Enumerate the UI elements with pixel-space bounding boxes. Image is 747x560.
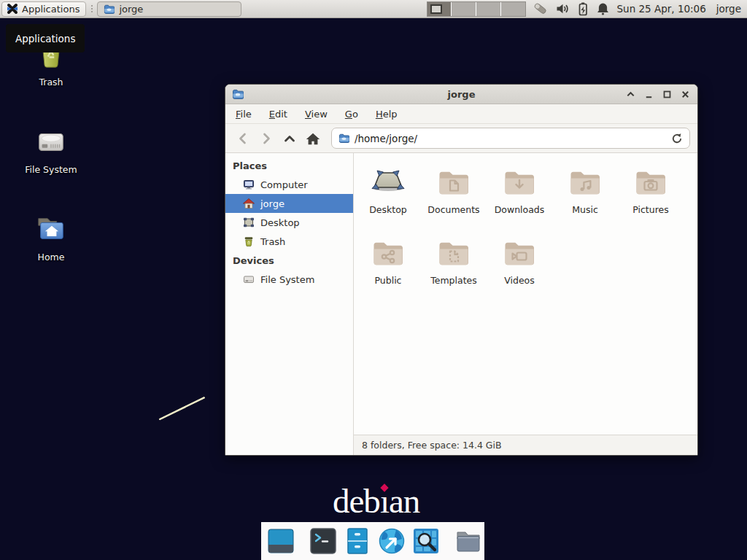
menu-go[interactable]: Go (345, 109, 358, 120)
app-finder-icon (411, 526, 441, 556)
panel-clock[interactable]: Sun 25 Apr, 10:06 (617, 3, 706, 15)
applications-menu-button[interactable]: Applications (1, 1, 86, 17)
music-folder-icon (568, 164, 603, 199)
folder-music[interactable]: Music (552, 164, 618, 235)
toolbar: /home/jorge/ (225, 124, 697, 153)
home-icon (243, 198, 255, 209)
folder-desktop[interactable]: Desktop (355, 164, 421, 235)
web-browser-launcher[interactable] (377, 526, 406, 556)
system-tray (533, 1, 610, 16)
hard-drive-icon (34, 124, 68, 159)
show-desktop-icon (266, 526, 295, 556)
notifications-tray-icon[interactable] (596, 1, 610, 16)
menu-edit[interactable]: Edit (269, 109, 287, 120)
terminal-launcher[interactable] (309, 526, 338, 556)
menu-view[interactable]: View (305, 109, 328, 120)
desktop-icon-label: File System (25, 164, 77, 175)
sidebar-item-label: Trash (260, 236, 285, 247)
menu-file[interactable]: File (236, 109, 252, 120)
folder-label: Videos (504, 275, 535, 286)
maximize-button[interactable] (661, 88, 673, 100)
panel-username[interactable]: jorge (716, 3, 741, 15)
globe-browser-icon (377, 526, 406, 556)
folder-downloads[interactable]: Downloads (487, 164, 552, 235)
application-finder-launcher[interactable] (411, 526, 441, 556)
folder-videos[interactable]: Videos (487, 235, 552, 306)
taskbar-grip[interactable] (89, 3, 94, 15)
sidebar-item-desktop[interactable]: Desktop (225, 213, 353, 232)
file-list: Desktop Documents (354, 153, 697, 435)
volume-tray-icon[interactable] (555, 1, 570, 16)
sidebar-header-places: Places (225, 156, 353, 175)
sidebar-item-computer[interactable]: Computer (225, 175, 353, 194)
location-bar[interactable]: /home/jorge/ (331, 128, 690, 149)
menu-help[interactable]: Help (376, 109, 398, 120)
sidebar-item-trash[interactable]: Trash (225, 232, 353, 251)
sidebar-header-devices: Devices (225, 251, 353, 270)
location-folder-icon (338, 133, 349, 144)
applications-menu-label: Applications (22, 4, 80, 15)
screen: debıan Trash File System (0, 0, 747, 560)
show-desktop-button[interactable] (266, 526, 295, 556)
sidebar-item-file-system[interactable]: File System (225, 270, 353, 289)
folder-templates[interactable]: Templates (421, 235, 487, 306)
videos-folder-icon (502, 235, 537, 270)
file-manager-launcher[interactable] (343, 526, 372, 556)
logo-text: an (389, 482, 419, 520)
taskbar-window-button[interactable]: jorge (97, 1, 241, 17)
sidebar-item-label: File System (260, 274, 314, 285)
desktop-icon (243, 217, 255, 228)
terminal-icon (309, 526, 338, 556)
trash-icon (243, 236, 255, 247)
menubar: File Edit View Go Help (225, 104, 697, 124)
statusbar: 8 folders, Free space: 14.4 GiB (354, 435, 697, 455)
desktop-stray-line (158, 396, 205, 420)
close-button[interactable] (679, 88, 691, 100)
applications-menu-icon (7, 3, 18, 15)
status-text: 8 folders, Free space: 14.4 GiB (362, 440, 502, 451)
desktop-icon-file-system[interactable]: File System (18, 124, 85, 175)
tooltip-text: Applications (15, 33, 75, 44)
computer-icon (243, 179, 255, 190)
forward-button[interactable] (256, 128, 276, 148)
templates-folder-icon (436, 235, 471, 270)
workspace-1[interactable] (427, 2, 452, 16)
folder-pictures[interactable]: Pictures (618, 164, 684, 235)
documents-folder-icon (436, 164, 471, 199)
hard-drive-icon (243, 273, 255, 285)
location-path[interactable]: /home/jorge/ (355, 133, 417, 144)
debian-wallpaper-logo: debıan (333, 481, 419, 521)
shade-button[interactable] (624, 88, 636, 100)
folder-documents[interactable]: Documents (421, 164, 487, 235)
desktop-icon-home[interactable]: Home (18, 211, 85, 262)
folder-label: Templates (430, 275, 477, 286)
logo-i-diamond: ı (380, 482, 389, 520)
up-button[interactable] (279, 128, 299, 148)
downloads-folder-icon (502, 164, 537, 199)
stylus-tray-icon[interactable] (533, 1, 549, 16)
workspace-4[interactable] (500, 2, 525, 16)
minimize-button[interactable] (643, 88, 654, 100)
workspace-3[interactable] (476, 2, 500, 16)
window-titlebar[interactable]: jorge (225, 85, 697, 104)
sidebar: Places Computer (225, 153, 354, 455)
folder-label: Public (375, 275, 402, 286)
folder-icon (104, 4, 115, 15)
workspace-2[interactable] (451, 2, 476, 16)
directory-menu-button[interactable] (454, 526, 483, 556)
reload-button[interactable] (671, 133, 683, 144)
folder-label: Downloads (495, 204, 545, 215)
battery-tray-icon[interactable] (576, 1, 589, 16)
pictures-folder-icon (633, 164, 668, 199)
sidebar-item-label: Desktop (260, 217, 300, 228)
back-button[interactable] (233, 128, 252, 148)
desktop-special-icon (371, 164, 406, 199)
sidebar-item-jorge[interactable]: jorge (225, 194, 353, 213)
home-button[interactable] (303, 128, 322, 148)
workspace-switcher[interactable] (427, 1, 526, 17)
dock (261, 522, 484, 560)
folder-public[interactable]: Public (355, 235, 421, 306)
sidebar-item-label: jorge (260, 198, 285, 209)
gray-folder-icon (454, 526, 483, 556)
desktop-icon-label: Trash (39, 77, 63, 88)
